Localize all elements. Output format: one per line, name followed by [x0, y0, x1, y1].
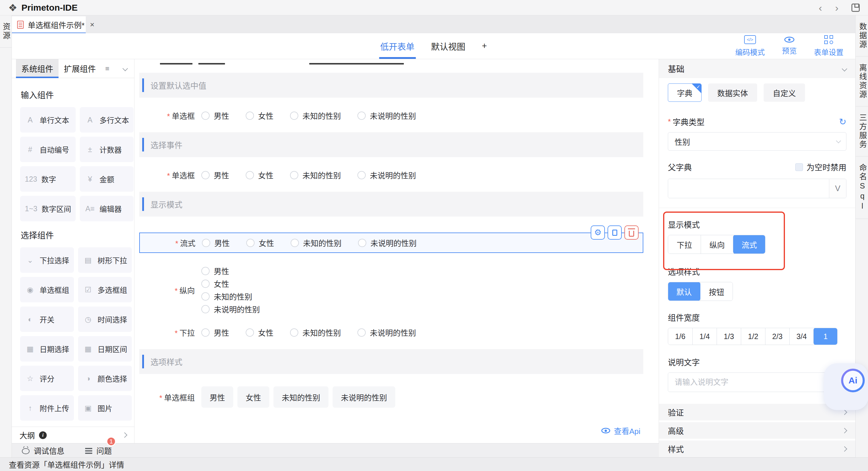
section-validation[interactable]: 验证 — [659, 404, 855, 420]
chevron-down-icon[interactable] — [122, 66, 128, 71]
component-item[interactable]: ¥金额 — [80, 166, 134, 192]
radio-option[interactable]: 女性 — [246, 237, 274, 248]
radio-option[interactable]: 女性 — [201, 278, 229, 289]
radio-option[interactable]: 未知的性别 — [201, 291, 252, 302]
radio-option[interactable]: 女性 — [246, 170, 274, 180]
option-button[interactable]: 未说明的性别 — [333, 386, 395, 408]
segment-option-1/4[interactable]: 1/4 — [692, 328, 717, 345]
save-icon[interactable] — [851, 4, 860, 12]
variable-bind-button[interactable]: V — [829, 179, 846, 198]
preview-button[interactable]: 预览 — [782, 35, 797, 57]
rail-item-三方服务[interactable]: 三方服务 — [856, 107, 868, 156]
segment-option-流式[interactable]: 流式 — [733, 235, 766, 254]
dict-type-select[interactable]: 性别 — [668, 132, 846, 151]
data-source-tabs: 字典 数据实体 自定义 — [668, 83, 846, 102]
document-tab[interactable]: 单选框组件示例* × — [12, 16, 86, 33]
segment-option-1/2[interactable]: 1/2 — [741, 328, 765, 345]
component-item[interactable]: #自动编号 — [20, 137, 76, 162]
component-item[interactable]: ▤树形下拉 — [78, 247, 132, 273]
radio-option[interactable]: 未说明的性别 — [201, 303, 260, 315]
segment-option-1/3[interactable]: 1/3 — [717, 328, 741, 345]
segment-option-2/3[interactable]: 2/3 — [765, 328, 789, 345]
component-item[interactable]: A≡编辑器 — [80, 196, 134, 221]
basic-section-header[interactable]: 基础 — [659, 59, 855, 78]
debug-info-button[interactable]: 调试信息 — [22, 445, 64, 456]
segment-option-下拉[interactable]: 下拉 — [668, 235, 701, 254]
radio-option[interactable]: 男性 — [202, 237, 230, 248]
component-item[interactable]: ↑附件上传 — [20, 395, 74, 421]
radio-option[interactable]: 女性 — [246, 110, 274, 121]
rail-item-离线资源[interactable]: 离线资源 — [856, 57, 868, 107]
radio-option[interactable]: 男性 — [201, 265, 229, 276]
component-item[interactable]: ±计数器 — [80, 137, 134, 162]
option-button[interactable]: 未知的性别 — [274, 386, 329, 408]
radio-option[interactable]: 未说明的性别 — [358, 237, 416, 248]
rail-item-resources[interactable]: 资源 — [0, 16, 11, 48]
code-mode-button[interactable]: 编码模式 — [735, 35, 765, 57]
component-item[interactable]: A单行文本 — [20, 107, 76, 133]
form-field-row[interactable]: *流式男性女性未知的性别未说明的性别⚙ — [139, 233, 643, 253]
segment-option-按钮[interactable]: 按钮 — [700, 282, 733, 301]
component-item[interactable]: ◐开关 — [20, 306, 74, 332]
radio-option[interactable]: 女性 — [246, 327, 274, 338]
disable-when-empty[interactable]: 为空时禁用 — [795, 161, 846, 173]
form-settings-button[interactable]: 表单设置 — [814, 35, 843, 57]
rail-item-数据源[interactable]: 数据源 — [856, 16, 868, 57]
problems-button[interactable]: 问题 1 — [85, 445, 112, 456]
component-item[interactable]: ◑颜色选择 — [78, 366, 132, 391]
rail-item-命名Sql[interactable]: 命名Sql — [856, 156, 868, 219]
ai-assistant-button[interactable]: Ai — [841, 369, 865, 392]
view-api-link[interactable]: 查看Api — [601, 425, 640, 436]
segment-option-1/6[interactable]: 1/6 — [668, 328, 692, 345]
tab-data-entity[interactable]: 数据实体 — [708, 83, 757, 102]
radio-option[interactable]: 男性 — [201, 327, 229, 338]
section-advanced[interactable]: 高级 — [659, 422, 855, 439]
tab-system-components[interactable]: 系统组件 — [16, 59, 59, 78]
option-button[interactable]: 女性 — [238, 386, 269, 408]
component-item[interactable]: ▦日期选择 — [20, 336, 74, 361]
radio-option[interactable]: 未知的性别 — [290, 327, 341, 338]
row-action-gear-icon[interactable]: ⚙ — [591, 226, 605, 240]
tab-dictionary[interactable]: 字典 — [668, 83, 702, 102]
radio-option[interactable]: 男性 — [201, 110, 229, 121]
segment-option-1[interactable]: 1 — [813, 328, 838, 345]
component-item[interactable]: ◉单选框组 — [20, 277, 74, 302]
component-item[interactable]: ☆评分 — [20, 366, 74, 391]
component-item[interactable]: ☑多选框组 — [78, 277, 132, 302]
tab-lowcode-form[interactable]: 低开表单 — [380, 33, 414, 59]
radio-option[interactable]: 未知的性别 — [290, 237, 341, 248]
option-button[interactable]: 男性 — [201, 386, 233, 408]
tab-custom[interactable]: 自定义 — [764, 83, 805, 102]
parent-dict-input[interactable] — [668, 179, 829, 198]
radio-option[interactable]: 男性 — [201, 170, 229, 180]
row-action-delete-icon[interactable] — [624, 226, 639, 240]
component-item[interactable]: 1~3数字区间 — [20, 196, 76, 221]
back-icon[interactable]: ‹ — [818, 3, 822, 13]
segment-option-3/4[interactable]: 3/4 — [789, 328, 814, 345]
tab-extension-components[interactable]: 扩展组件 — [59, 59, 101, 78]
component-item[interactable]: ▦日期区间 — [78, 336, 132, 361]
segment-option-默认[interactable]: 默认 — [668, 282, 701, 301]
radio-option[interactable]: 未知的性别 — [290, 170, 341, 180]
component-item[interactable]: ◷时间选择 — [78, 306, 132, 332]
segment-option-纵向[interactable]: 纵向 — [701, 235, 733, 254]
component-item[interactable]: ▣图片 — [78, 395, 132, 421]
desc-input[interactable] — [668, 373, 829, 392]
component-item[interactable]: 123数字 — [20, 166, 76, 192]
section-style[interactable]: 样式 — [659, 441, 855, 457]
forward-icon[interactable]: › — [835, 3, 838, 13]
add-view-button[interactable]: + — [482, 33, 487, 59]
component-item[interactable]: A多行文本 — [80, 107, 134, 133]
tab-default-view[interactable]: 默认视图 — [431, 33, 465, 59]
radio-option[interactable]: 未说明的性别 — [358, 170, 416, 180]
radio-option[interactable]: 未知的性别 — [290, 110, 341, 121]
component-item[interactable]: ⌄下拉选择 — [20, 247, 74, 273]
required-asterisk: * — [175, 329, 178, 337]
component-list-menu-icon[interactable]: ≡ — [105, 64, 110, 73]
close-icon[interactable]: × — [90, 20, 94, 29]
radio-option[interactable]: 未说明的性别 — [358, 110, 416, 121]
row-action-copy-icon[interactable] — [608, 226, 622, 240]
radio-option[interactable]: 未说明的性别 — [358, 327, 416, 338]
refresh-icon[interactable]: ↻ — [839, 117, 846, 126]
checkbox-icon[interactable] — [795, 163, 803, 171]
